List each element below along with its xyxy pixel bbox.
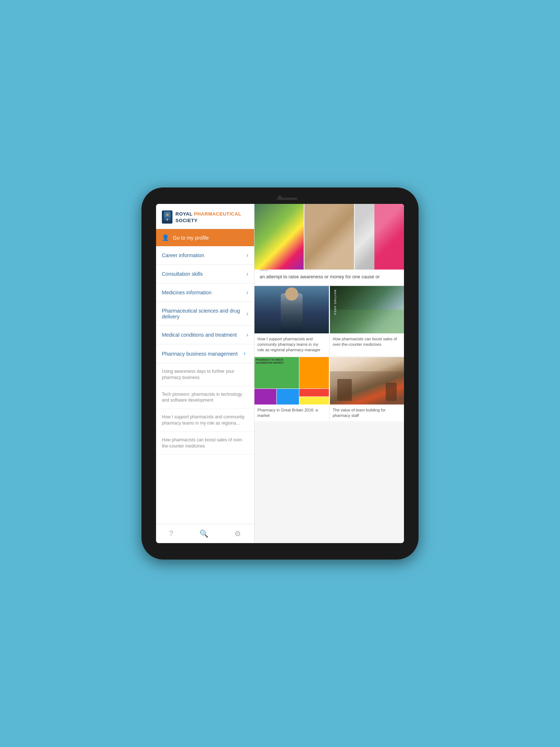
card-body: an attempt to raise awareness or money f…	[260, 273, 399, 280]
tablet-device: ROYAL PHARMACEUTICAL SOCIETY 👤 Go to my …	[141, 187, 419, 560]
sidebar-item-pharmaceutical[interactable]: Pharmaceutical sciences and drug deliver…	[156, 302, 254, 326]
chevron-right-icon: ›	[246, 310, 248, 317]
sidebar-item-medicines-label: Medicines information	[162, 290, 211, 295]
tablet-screen: ROYAL PHARMACEUTICAL SOCIETY 👤 Go to my …	[156, 204, 404, 543]
article-title-man: How I support pharmacists and community …	[254, 333, 329, 356]
article-item-gym[interactable]: The value of team building for pharmacy …	[330, 357, 404, 422]
image-sugar-cubes	[355, 204, 404, 270]
chevron-right-icon: ›	[246, 289, 248, 296]
image-green-abstract	[254, 204, 304, 270]
main-content: ness an attempt to raise awareness or mo…	[254, 204, 404, 543]
sub-item-support[interactable]: How I support pharmacists and community …	[156, 409, 254, 432]
sidebar-item-pharmaceutical-label: Pharmaceutical sciences and drug deliver…	[162, 308, 246, 320]
sidebar-item-pharmacy-biz-label: Pharmacy business management	[162, 351, 238, 357]
logo-area: ROYAL PHARMACEUTICAL SOCIETY	[156, 204, 254, 229]
logo-text: ROYAL PHARMACEUTICAL SOCIETY	[175, 210, 248, 224]
profile-icon: 👤	[162, 234, 169, 241]
sidebar-item-medicines[interactable]: Medicines information ›	[156, 283, 254, 302]
article-grid-row2: PHARMACY IN GREATAUGMENTED MARKET Pharma…	[254, 357, 404, 422]
article-title-pharmacy: How pharmacists can boost sales of over-…	[330, 333, 404, 351]
sidebar: ROYAL PHARMACEUTICAL SOCIETY 👤 Go to my …	[156, 204, 254, 543]
sidebar-item-medical[interactable]: Medical conditions and treatment ›	[156, 326, 254, 344]
pharmacy-biz-sub-items: Using awareness days to further your pha…	[156, 363, 254, 454]
search-icon[interactable]: 🔍	[199, 529, 209, 538]
sub-item-awareness[interactable]: Using awareness days to further your pha…	[156, 363, 254, 386]
chevron-down-icon: ⌄	[242, 351, 249, 356]
sidebar-item-consultation[interactable]: Consultation skills ›	[156, 265, 254, 283]
chevron-right-icon: ›	[246, 252, 248, 259]
article-grid-row1: How I support pharmacists and community …	[254, 286, 404, 356]
help-icon[interactable]: ?	[169, 529, 173, 538]
tablet-speaker	[277, 198, 298, 200]
profile-button-label: Go to my profile	[173, 235, 209, 241]
article-title-gym: The value of team building for pharmacy …	[330, 405, 404, 422]
article-item-man[interactable]: How I support pharmacists and community …	[254, 286, 329, 356]
sidebar-item-consultation-label: Consultation skills	[162, 271, 203, 277]
sub-item-tech[interactable]: Tech pioneers: pharmacists in technology…	[156, 386, 254, 409]
top-image-row	[254, 204, 404, 262]
sidebar-item-medical-label: Medical conditions and treatment	[162, 332, 237, 338]
chevron-right-icon: ›	[246, 271, 248, 277]
svg-rect-2	[167, 218, 168, 221]
sidebar-item-career[interactable]: Career information ›	[156, 246, 254, 265]
sub-item-boost-sales[interactable]: How pharmacists can boost sales of over-…	[156, 432, 254, 455]
sidebar-item-pharmacy-biz[interactable]: Pharmacy business management ⌄	[156, 344, 254, 363]
article-title-treemap: Pharmacy in Great Britain 2016: a market	[254, 405, 329, 422]
article-item-pharmacy-waiting[interactable]: WAITING AREA How pharmacists can boost s…	[330, 286, 404, 356]
settings-icon[interactable]: ⚙	[234, 529, 241, 538]
go-to-profile-button[interactable]: 👤 Go to my profile	[156, 229, 254, 246]
nav-items-list: Career information › Consultation skills…	[156, 246, 254, 524]
bottom-toolbar: ? 🔍 ⚙	[156, 524, 254, 543]
sidebar-item-career-label: Career information	[162, 252, 204, 258]
article-item-treemap[interactable]: PHARMACY IN GREATAUGMENTED MARKET Pharma…	[254, 357, 329, 422]
chevron-right-icon: ›	[246, 332, 248, 338]
rps-logo-icon	[162, 210, 172, 224]
image-hand	[304, 204, 354, 270]
